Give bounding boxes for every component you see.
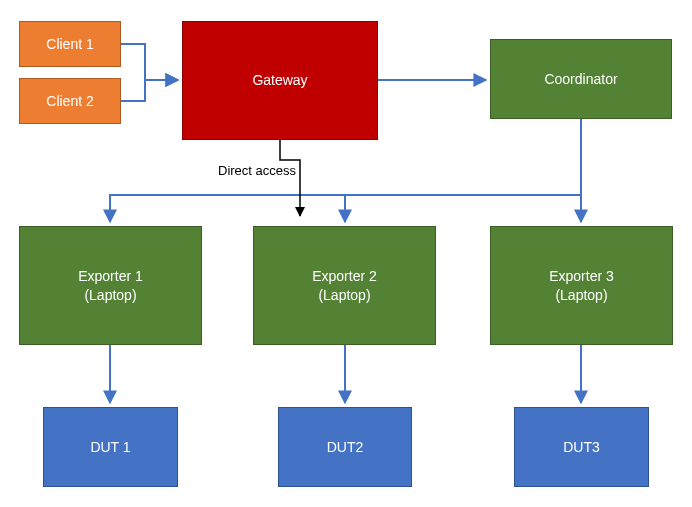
exporter2-title: Exporter 2 [312,267,377,285]
client2-label: Client 2 [46,92,93,110]
exporter1-sub: (Laptop) [78,286,143,304]
exporter2-node: Exporter 2 (Laptop) [253,226,436,345]
coordinator-node: Coordinator [490,39,672,119]
exporter2-sub: (Laptop) [312,286,377,304]
dut3-label: DUT3 [563,438,600,456]
dut2-label: DUT2 [327,438,364,456]
dut1-node: DUT 1 [43,407,178,487]
edge-gateway-exporter2-direct [280,140,300,216]
dut2-node: DUT2 [278,407,412,487]
dut3-node: DUT3 [514,407,649,487]
exporter1-node: Exporter 1 (Laptop) [19,226,202,345]
gateway-node: Gateway [182,21,378,140]
exporter3-title: Exporter 3 [549,267,614,285]
exporter3-node: Exporter 3 (Laptop) [490,226,673,345]
edge-coordinator-exporter2 [345,119,581,222]
edge-client2-gateway [121,80,178,101]
client1-node: Client 1 [19,21,121,67]
gateway-label: Gateway [252,71,307,89]
client2-node: Client 2 [19,78,121,124]
direct-access-label: Direct access [218,163,296,178]
dut1-label: DUT 1 [90,438,130,456]
exporter1-title: Exporter 1 [78,267,143,285]
coordinator-label: Coordinator [544,70,617,88]
edge-client1-gateway [121,44,178,80]
client1-label: Client 1 [46,35,93,53]
exporter3-sub: (Laptop) [549,286,614,304]
